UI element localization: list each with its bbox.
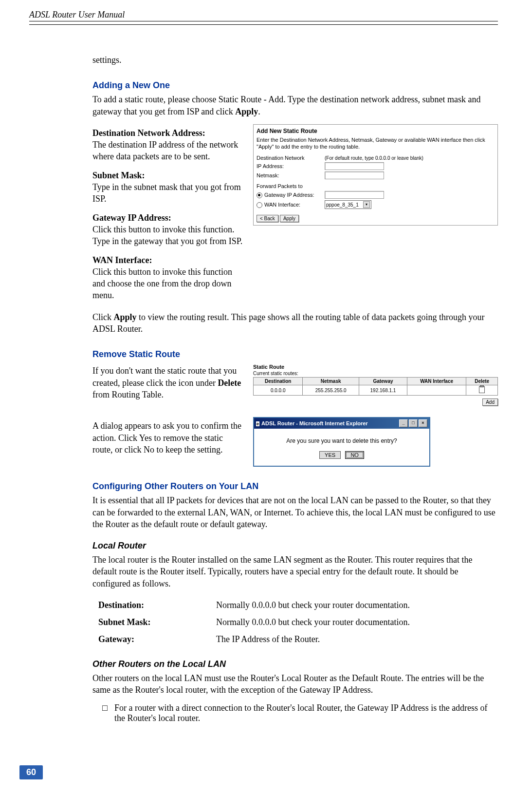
- config-row-dest: Destination: Normally 0.0.0.0 but check …: [98, 597, 420, 613]
- wan-radio-label[interactable]: WAN Interface:: [257, 202, 325, 208]
- th-gateway: Gateway: [359, 378, 407, 385]
- ie-icon: e: [256, 421, 259, 426]
- dialog-titlebar: eADSL Router - Microsoft Internet Explor…: [254, 418, 429, 429]
- dialog-two-col: A dialog appears to ask you to confirm t…: [92, 417, 498, 467]
- td-gateway: 192.168.1.1: [359, 385, 407, 396]
- adding-after: Click Apply to view the routing result. …: [92, 311, 498, 335]
- dialog-title: eADSL Router - Microsoft Internet Explor…: [256, 420, 368, 426]
- adding-para: To add a static route, please choose Sta…: [92, 94, 498, 117]
- td-delete: [466, 385, 498, 396]
- close-icon[interactable]: ×: [419, 419, 427, 427]
- adding-two-col: Destination Network Address:The destinat…: [92, 124, 498, 308]
- table-row: 0.0.0.0 255.255.255.0 192.168.1.1: [254, 385, 498, 396]
- header-title: ADSL Router User Manual: [29, 10, 498, 21]
- heading-remove: Remove Static Route: [92, 349, 498, 360]
- adding-defs: Destination Network Address:The destinat…: [92, 124, 243, 308]
- remove-para2: A dialog appears to ask you to confirm t…: [92, 420, 243, 455]
- netmask-input[interactable]: [325, 171, 384, 179]
- netmask-label: Netmask:: [257, 172, 325, 178]
- ip-label: IP Address:: [257, 163, 325, 169]
- add-route-screenshot: Add New Static Route Enter the Destinati…: [253, 124, 498, 226]
- content-area: settings. Adding a New One To add a stat…: [92, 54, 498, 723]
- table-title: Static Route: [253, 364, 498, 370]
- th-dest: Destination: [254, 378, 303, 385]
- wan-radio-row: WAN Interface: pppoe_8_35_1▾: [257, 200, 495, 209]
- route-table-screenshot: Static Route Current static routes: Dest…: [253, 362, 498, 406]
- th-netmask: Netmask: [303, 378, 359, 385]
- netmask-row: Netmask:: [257, 171, 495, 179]
- confirm-dialog: eADSL Router - Microsoft Internet Explor…: [253, 417, 430, 467]
- dna-block: Destination Network Address:The destinat…: [92, 127, 243, 163]
- gateway-radio-row: Gateway IP Address:: [257, 191, 495, 199]
- config-gateway-val: The IP Address of the Router.: [216, 631, 420, 647]
- confirm-dialog-screenshot: eADSL Router - Microsoft Internet Explor…: [253, 417, 498, 467]
- remove-two-col: If you don't want the static route that …: [92, 362, 498, 407]
- table-subtitle: Current static routes:: [253, 371, 498, 376]
- wan-block: WAN Interface:Click this button to invok…: [92, 254, 243, 302]
- config-dest-val: Normally 0.0.0.0 but check your router d…: [216, 597, 420, 613]
- forward-label: Forward Packets to: [257, 183, 495, 189]
- config-row-gateway: Gateway: The IP Address of the Router.: [98, 631, 420, 647]
- form-desc: Enter the Destination Network Address, N…: [257, 136, 495, 151]
- config-subnet-label: Subnet Mask:: [98, 614, 215, 630]
- apply-button[interactable]: Apply: [280, 215, 299, 222]
- gateway-ip-input[interactable]: [325, 191, 384, 199]
- heading-other-routers: Other Routers on the Local LAN: [92, 659, 498, 669]
- config-row-subnet: Subnet Mask: Normally 0.0.0.0 but check …: [98, 614, 420, 630]
- dialog-body: Are you sure you want to delete this ent…: [254, 429, 429, 466]
- config-table: Destination: Normally 0.0.0.0 but check …: [97, 596, 421, 648]
- add-route-button[interactable]: Add: [482, 398, 498, 406]
- heading-local-router: Local Router: [92, 541, 498, 551]
- dest-network-row: Destination Network (For default route, …: [257, 155, 495, 161]
- chevron-down-icon[interactable]: ▾: [363, 201, 370, 208]
- no-button[interactable]: NO: [345, 451, 364, 459]
- wan-radio[interactable]: [257, 202, 262, 208]
- page-number: 60: [19, 765, 43, 779]
- routes-table: Destination Netmask Gateway WAN Interfac…: [253, 377, 498, 396]
- header-rule: [29, 23, 498, 25]
- th-wan: WAN Interface: [407, 378, 466, 385]
- bullet-marker: □: [102, 703, 114, 723]
- ip-row: IP Address:: [257, 162, 495, 170]
- ip-input[interactable]: [325, 162, 384, 170]
- config-subnet-val: Normally 0.0.0.0 but check your router d…: [216, 614, 420, 630]
- bullet-text: For a router with a direct connection to…: [114, 703, 498, 723]
- td-netmask: 255.255.255.0: [303, 385, 359, 396]
- intro-text: settings.: [92, 54, 498, 66]
- gip-block: Gateway IP Address:Click this button to …: [92, 212, 243, 247]
- heading-adding: Adding a New One: [92, 80, 498, 91]
- bullet-item: □ For a router with a direct connection …: [102, 703, 498, 723]
- local-router-para: The local router is the Router installed…: [92, 554, 498, 589]
- window-controls: _ □ ×: [399, 419, 427, 427]
- config-dest-label: Destination:: [98, 597, 215, 613]
- other-routers-para: Other routers on the local LAN must use …: [92, 672, 498, 696]
- remove-para1: If you don't want the static route that …: [92, 365, 243, 400]
- minimize-icon[interactable]: _: [399, 419, 408, 427]
- gateway-radio[interactable]: [257, 192, 262, 198]
- yes-button[interactable]: YES: [319, 451, 341, 459]
- page: ADSL Router User Manual settings. Adding…: [0, 0, 532, 789]
- gateway-radio-label[interactable]: Gateway IP Address:: [257, 192, 325, 198]
- trash-icon[interactable]: [479, 386, 485, 393]
- table-header-row: Destination Netmask Gateway WAN Interfac…: [254, 378, 498, 385]
- sm-block: Subnet Mask:Type in the subnet mask that…: [92, 170, 243, 205]
- heading-configuring: Configuring Other Routers on Your LAN: [92, 481, 498, 492]
- configuring-para: It is essential that all IP packets for …: [92, 494, 498, 530]
- th-delete: Delete: [466, 378, 498, 385]
- back-button[interactable]: < Back: [257, 215, 278, 222]
- remove-text-1: If you don't want the static route that …: [92, 362, 243, 407]
- config-gateway-label: Gateway:: [98, 631, 215, 647]
- td-dest: 0.0.0.0: [254, 385, 303, 396]
- td-wan: [407, 385, 466, 396]
- dialog-buttons: YES NO: [259, 451, 424, 459]
- maximize-icon[interactable]: □: [409, 419, 418, 427]
- dest-network-hint: (For default route, type 0.0.0.0 or leav…: [325, 155, 423, 161]
- remove-text-2: A dialog appears to ask you to confirm t…: [92, 417, 243, 462]
- dest-network-label: Destination Network: [257, 155, 325, 161]
- static-route-table: Static Route Current static routes: Dest…: [253, 364, 498, 406]
- form-title: Add New Static Route: [257, 128, 495, 134]
- add-route-form: Add New Static Route Enter the Destinati…: [253, 124, 498, 226]
- dialog-question: Are you sure you want to delete this ent…: [259, 437, 424, 444]
- wan-dropdown[interactable]: pppoe_8_35_1▾: [325, 200, 371, 209]
- form-buttons: < Back Apply: [257, 215, 495, 222]
